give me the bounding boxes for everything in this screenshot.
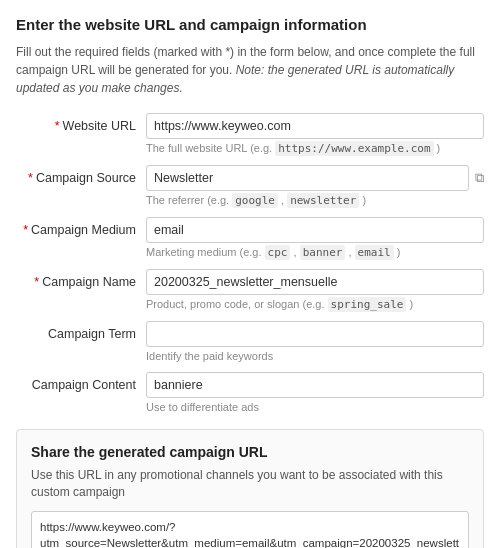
intro-text: Fill out the required fields (marked wit…	[16, 43, 484, 97]
hint-campaign-medium: Marketing medium (e.g. cpc , banner , em…	[146, 246, 484, 259]
required-star-3: *	[23, 223, 28, 237]
label-campaign-content: Campaign Content	[16, 372, 146, 392]
field-campaign-content: Campaign Content Use to differentiate ad…	[16, 372, 484, 417]
label-campaign-source: *Campaign Source	[16, 165, 146, 185]
hint-campaign-term: Identify the paid keywords	[146, 350, 484, 362]
field-campaign-name: *Campaign Name Product, promo code, or s…	[16, 269, 484, 315]
required-star: *	[55, 119, 60, 133]
generated-url-output[interactable]: https://www.keyweo.com/?utm_source=Newsl…	[31, 511, 469, 548]
label-website-url: *Website URL	[16, 113, 146, 133]
hint-campaign-source: The referrer (e.g. google , newsletter )	[146, 194, 484, 207]
share-box: Share the generated campaign URL Use thi…	[16, 429, 484, 548]
input-campaign-name[interactable]	[146, 269, 484, 295]
hint-campaign-content: Use to differentiate ads	[146, 401, 484, 413]
campaign-form: *Website URL The full website URL (e.g. …	[16, 113, 484, 417]
input-campaign-term[interactable]	[146, 321, 484, 347]
input-website-url[interactable]	[146, 113, 484, 139]
share-description: Use this URL in any promotional channels…	[31, 467, 469, 501]
copy-icon-source[interactable]: ⧉	[475, 170, 484, 186]
field-website-url: *Website URL The full website URL (e.g. …	[16, 113, 484, 159]
required-star-4: *	[34, 275, 39, 289]
label-campaign-term: Campaign Term	[16, 321, 146, 341]
field-campaign-medium: *Campaign Medium Marketing medium (e.g. …	[16, 217, 484, 263]
share-title: Share the generated campaign URL	[31, 444, 469, 460]
input-campaign-medium[interactable]	[146, 217, 484, 243]
hint-website-url: The full website URL (e.g. https://www.e…	[146, 142, 484, 155]
hint-campaign-name: Product, promo code, or slogan (e.g. spr…	[146, 298, 484, 311]
page-title: Enter the website URL and campaign infor…	[16, 16, 484, 33]
label-campaign-name: *Campaign Name	[16, 269, 146, 289]
input-campaign-source[interactable]	[146, 165, 469, 191]
field-campaign-term: Campaign Term Identify the paid keywords	[16, 321, 484, 366]
label-campaign-medium: *Campaign Medium	[16, 217, 146, 237]
field-campaign-source: *Campaign Source ⧉ The referrer (e.g. go…	[16, 165, 484, 211]
input-campaign-content[interactable]	[146, 372, 484, 398]
required-star-2: *	[28, 171, 33, 185]
